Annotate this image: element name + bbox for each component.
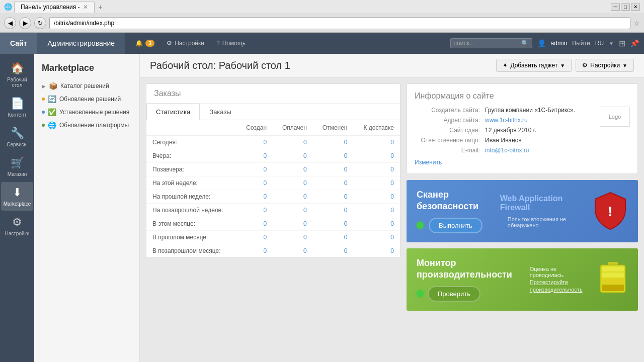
site-info-creator-row: Создатель сайта: Группа компании «1С-Бит… xyxy=(415,107,595,114)
site-nav-item[interactable]: Сайт xyxy=(0,33,38,54)
settings-sidebar-icon: ⚙ xyxy=(12,216,22,229)
scanner-subtitle: Web ApplicationFirewall xyxy=(500,194,585,212)
perf-test-link[interactable]: Протестируйтепроизводительность xyxy=(530,279,583,293)
tab-close-icon[interactable]: ✕ xyxy=(83,4,88,11)
forward-button[interactable]: ▶ xyxy=(19,17,31,29)
platform-icon: 🌐 xyxy=(48,121,56,129)
content-header: Рабочий стол: Рабочий стол 1 ✦ Добавить … xyxy=(140,54,644,77)
add-gadget-label: Добавить гаджет xyxy=(510,62,557,69)
battery-container xyxy=(598,261,628,298)
row-label: Позавчера: xyxy=(146,163,237,176)
orders-table-body: Сегодня:0000Вчера:0000Позавчера:0000На э… xyxy=(146,136,400,258)
gadget-icon: ✦ xyxy=(503,62,508,69)
back-button[interactable]: ◀ xyxy=(4,17,16,29)
site-info-email-link[interactable]: info@1c-bitrix.ru xyxy=(485,147,529,154)
settings-icon: ⚙ xyxy=(582,62,588,69)
row-value: 0 xyxy=(313,136,354,149)
row-label: Сегодня: xyxy=(146,136,237,149)
add-gadget-button[interactable]: ✦ Добавить гаджет ▼ xyxy=(496,59,572,72)
site-info-url-row: Адрес сайта: www.1c-bitrix.ru xyxy=(415,117,595,124)
browser-titlebar: 🌐 Панель управления - ✕ + ─ □ ✕ xyxy=(0,0,644,14)
svg-rect-3 xyxy=(602,266,624,272)
sidebar-item-desktop[interactable]: 🏠 Рабочий стол xyxy=(1,58,33,92)
settings-chevron: ▼ xyxy=(622,63,627,68)
expand-icon: ▶ xyxy=(42,83,46,89)
minimize-button[interactable]: ─ xyxy=(611,4,620,11)
sidebar-item-shop[interactable]: 🛒 Магазин xyxy=(1,152,33,181)
row-label: В прошлом месяце: xyxy=(146,231,237,244)
menu-item-platform[interactable]: 🌐 Обновление платформы xyxy=(34,119,139,132)
search-icon[interactable]: 🔍 xyxy=(521,40,529,47)
perf-check-button[interactable]: Проверить xyxy=(428,286,480,302)
settings-nav-icon: ⚙ xyxy=(167,40,172,47)
settings-button[interactable]: ⚙ Настройки ▼ xyxy=(576,59,634,72)
table-row: В этом месяце:0000 xyxy=(146,217,400,231)
sidebar-item-marketplace[interactable]: ⬇ Marketplace xyxy=(1,182,33,211)
row-label: Вчера: xyxy=(146,149,237,163)
menu-item-installed[interactable]: ✅ Установленные решения xyxy=(34,106,139,119)
sidebar-item-services[interactable]: 🔧 Сервисы xyxy=(1,123,33,151)
admin-label: Администрирование xyxy=(48,39,115,47)
settings-nav-button[interactable]: ⚙ Настройки xyxy=(162,38,209,49)
lang-selector[interactable]: RU xyxy=(595,40,604,47)
new-tab-icon[interactable]: + xyxy=(99,3,103,11)
change-link[interactable]: Изменить xyxy=(415,159,442,166)
row-value: 0 xyxy=(237,136,273,149)
chevron-down-icon: ▼ xyxy=(609,41,614,46)
col-delivery: К доставке xyxy=(353,120,400,136)
row-value: 0 xyxy=(313,204,354,217)
logout-button[interactable]: Выйти xyxy=(572,40,590,47)
tab-orders[interactable]: Заказы xyxy=(200,104,240,120)
scanner-run-button[interactable]: Выполнить xyxy=(429,218,482,233)
orders-widget-header: Заказы xyxy=(146,84,400,104)
settings-header-label: Настройки xyxy=(590,62,620,69)
dot-icon-installed xyxy=(42,111,45,114)
menu-item-catalog[interactable]: ▶ 📦 Каталог решений xyxy=(34,79,139,93)
row-value: 0 xyxy=(273,204,313,217)
maximize-button[interactable]: □ xyxy=(621,4,630,11)
scanner-subtitle-block: Web ApplicationFirewall Попыток вторжени… xyxy=(490,194,585,228)
address-bar[interactable] xyxy=(49,17,630,29)
row-value: 0 xyxy=(273,176,313,190)
menu-item-updates[interactable]: 🔄 Обновление решений xyxy=(34,93,139,106)
bell-icon: 🔔 xyxy=(135,40,143,47)
site-info-url-link[interactable]: www.1c-bitrix.ru xyxy=(485,117,528,124)
row-value: 0 xyxy=(353,190,400,204)
orders-table-header-row: Создан Оплачен Отменен К доставке xyxy=(146,120,400,136)
table-row: На позапрошлой неделе:0000 xyxy=(146,204,400,217)
menu-item-catalog-label: Каталог решений xyxy=(60,82,109,89)
site-info-fields: Создатель сайта: Группа компании «1С-Бит… xyxy=(415,107,595,166)
help-button[interactable]: ? Помощь xyxy=(211,38,251,49)
sidebar-item-settings[interactable]: ⚙ Настройки xyxy=(1,212,33,240)
sidebar-item-content[interactable]: 📄 Контент xyxy=(1,93,33,122)
row-value: 0 xyxy=(313,163,354,176)
refresh-button[interactable]: ↻ xyxy=(34,17,46,29)
grid-view-icon[interactable]: ⊞ xyxy=(619,39,625,48)
pin-icon[interactable]: 📌 xyxy=(630,39,639,47)
notifications-button[interactable]: 🔔 3 xyxy=(130,38,159,49)
close-button[interactable]: ✕ xyxy=(631,4,640,11)
scanner-title: Сканербезопасности xyxy=(417,189,482,213)
site-label: Сайт xyxy=(10,39,27,47)
row-value: 0 xyxy=(273,217,313,231)
search-input[interactable] xyxy=(454,40,519,47)
sidebar-item-settings-label: Настройки xyxy=(5,231,29,236)
tab-statistics[interactable]: Статистика xyxy=(146,104,200,120)
shield-container: ! xyxy=(593,190,628,232)
row-value: 0 xyxy=(353,163,400,176)
battery-icon xyxy=(598,261,628,296)
site-info-email-row: E-mail: info@1c-bitrix.ru xyxy=(415,147,595,154)
add-gadget-chevron: ▼ xyxy=(560,63,565,68)
row-value: 0 xyxy=(273,136,313,149)
row-label: На прошлой неделе: xyxy=(146,190,237,204)
admin-nav-item[interactable]: Администрирование xyxy=(38,33,126,54)
row-value: 0 xyxy=(353,204,400,217)
row-label: На позапрошлой неделе: xyxy=(146,204,237,217)
logo-placeholder: Logo xyxy=(600,107,630,127)
site-info-person-value: Иван Иванов xyxy=(485,137,522,144)
bookmark-icon[interactable]: ☆ xyxy=(633,19,640,27)
orders-table: Создан Оплачен Отменен К доставке Сегодн… xyxy=(146,120,400,257)
site-info-url-label: Адрес сайта: xyxy=(415,117,485,124)
browser-tab[interactable]: Панель управления - ✕ xyxy=(14,1,95,13)
site-info-email-label: E-mail: xyxy=(415,147,485,154)
